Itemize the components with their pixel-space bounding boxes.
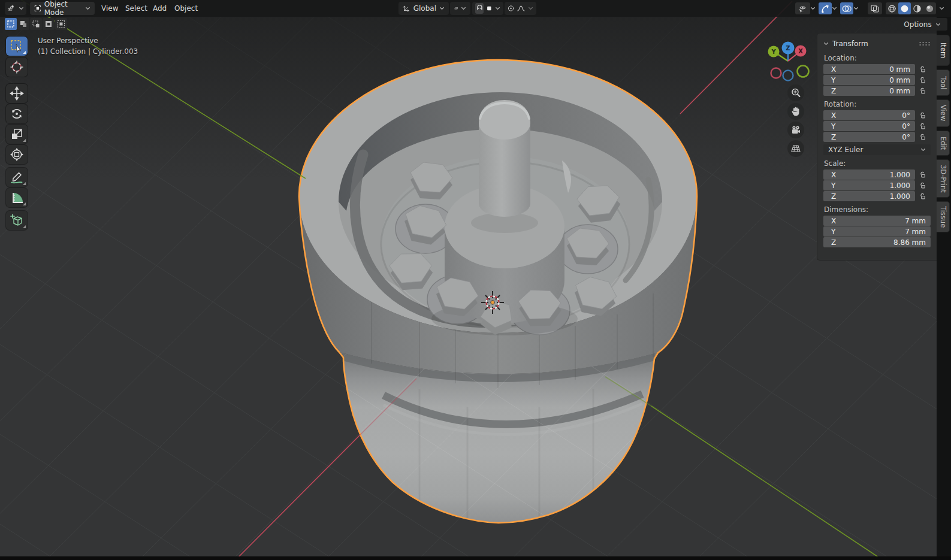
location-x-field[interactable]: X0 mm [823,64,915,74]
chevron-down-icon [19,7,24,10]
lock-icon[interactable] [919,122,927,131]
gizmo-z-label: Z [786,45,790,52]
lock-icon[interactable] [919,76,927,84]
scale-z-field[interactable]: Z1.000 [823,191,915,201]
shading-solid-button[interactable] [898,2,911,14]
chevron-down-icon [461,7,466,10]
select-mode-invert[interactable] [43,18,55,30]
tool-rotate[interactable] [6,104,28,123]
tab-tissue[interactable]: Tissue [937,201,950,232]
blender-window: { "topbar": { "editor_icon": "editor-typ… [0,0,951,560]
tool-move[interactable] [6,84,28,103]
panel-drag-handle[interactable] [919,41,931,46]
dimensions-z-field[interactable]: Z8.86 mm [823,237,931,247]
tool-annotate[interactable] [6,168,28,187]
snap-controls[interactable] [472,2,503,15]
snap-target-icon [487,5,492,12]
options-button[interactable]: Options [897,18,947,31]
editor-type-button[interactable] [5,2,26,15]
tab-item[interactable]: Item [937,35,950,66]
toggle-ortho-button[interactable] [787,140,804,157]
gizmos-dropdown[interactable] [832,2,837,14]
select-mode-new[interactable] [5,18,17,30]
menu-object[interactable]: Object [171,0,201,17]
dimensions-x-row: X7 mm [823,216,931,226]
shading-material-button[interactable] [911,2,923,14]
zoom-button[interactable] [787,84,804,101]
toggle-xray-icon [870,4,880,13]
window-bottom-border [0,556,951,560]
panel-collapse-chevron[interactable] [823,42,829,46]
dimensions-x-field[interactable]: X7 mm [823,216,931,226]
tool-select-box[interactable] [6,37,28,56]
snap-toggle[interactable] [475,3,484,14]
tab-edit[interactable]: Edit [937,131,950,156]
lock-icon[interactable] [919,171,927,179]
select-mode-intersect[interactable] [55,18,67,30]
show-gizmos-button[interactable] [819,2,832,14]
tool-add-cube[interactable] [6,211,28,230]
show-gizmos-icon [821,4,830,13]
camera-view-button[interactable] [787,122,804,138]
select-mode-subtract[interactable] [30,18,42,30]
tool-scale[interactable] [6,125,28,144]
visibility-dropdown[interactable] [810,2,816,14]
lock-icon[interactable] [919,133,927,141]
chevron-down-icon [920,148,926,152]
toggle-xray-button[interactable] [868,2,882,14]
transform-orientation-dropdown[interactable]: Global [398,2,449,15]
rotation-mode-dropdown[interactable]: XYZ Euler [823,144,931,155]
shading-rendered-button[interactable] [923,2,936,14]
location-z-field[interactable]: Z0 mm [823,86,915,96]
orientation-icon [403,4,410,13]
lock-icon[interactable] [919,65,927,74]
shading-material-icon [913,4,922,13]
annotate-icon [10,170,24,184]
scale-x-field[interactable]: X1.000 [823,169,915,180]
lock-icon[interactable] [919,181,927,190]
rotation-z-field[interactable]: Z0° [823,132,915,142]
rotation-x-field[interactable]: X0° [823,110,915,120]
mode-dropdown[interactable]: Object Mode [30,2,95,15]
pivot-point-dropdown[interactable] [450,2,470,15]
tool-measure[interactable] [6,188,28,207]
show-overlays-button[interactable] [840,2,853,14]
menu-select[interactable]: Select [122,0,151,17]
location-y-field[interactable]: Y0 mm [823,75,915,85]
overlays-dropdown[interactable] [853,2,859,14]
select-mode-extend[interactable] [17,18,29,30]
selectability-visibility-button[interactable] [795,2,810,14]
shading-dropdown[interactable] [939,2,944,14]
gizmo-axis-z-neg[interactable] [783,71,793,81]
viewport-header: Object Mode View Select Add Object Globa… [0,0,951,17]
pan-hand-icon [790,106,801,117]
magnet-icon [476,5,484,13]
gizmo-axis-y-neg[interactable] [798,66,809,77]
menu-add[interactable]: Add [149,0,170,17]
rotation-y-field[interactable]: Y0° [823,121,915,131]
toggle-ortho-icon [790,143,801,154]
mode-label: Object Mode [44,0,82,17]
proportional-editing-controls[interactable] [505,2,536,15]
tool-cursor[interactable] [6,57,28,77]
tool-transform[interactable] [6,145,28,164]
pan-button[interactable] [787,103,804,120]
chevron-down-icon [528,7,533,10]
gizmo-axis-x-neg[interactable] [771,68,781,78]
scale-y-field[interactable]: Y1.000 [823,180,915,190]
scale-z-row: Z1.000 [823,191,931,201]
active-object-breadcrumb: (1) Collection | Cylinder.003 [38,47,138,56]
rotate-icon [10,107,24,121]
shading-solid-icon [900,4,909,13]
dimensions-y-field[interactable]: Y7 mm [823,226,931,237]
tab-3d-print[interactable]: 3D-Print [937,159,950,198]
shading-wireframe-button[interactable] [886,2,898,14]
lock-icon[interactable] [919,111,927,120]
tab-tool[interactable]: Tool [937,69,950,96]
rotation-z-row: Z0° [823,132,931,142]
navigation-gizmo[interactable]: Y Z X [752,35,818,89]
menu-view[interactable]: View [98,0,122,17]
tab-view[interactable]: View [937,99,950,127]
lock-icon[interactable] [919,87,927,95]
lock-icon[interactable] [919,192,927,201]
